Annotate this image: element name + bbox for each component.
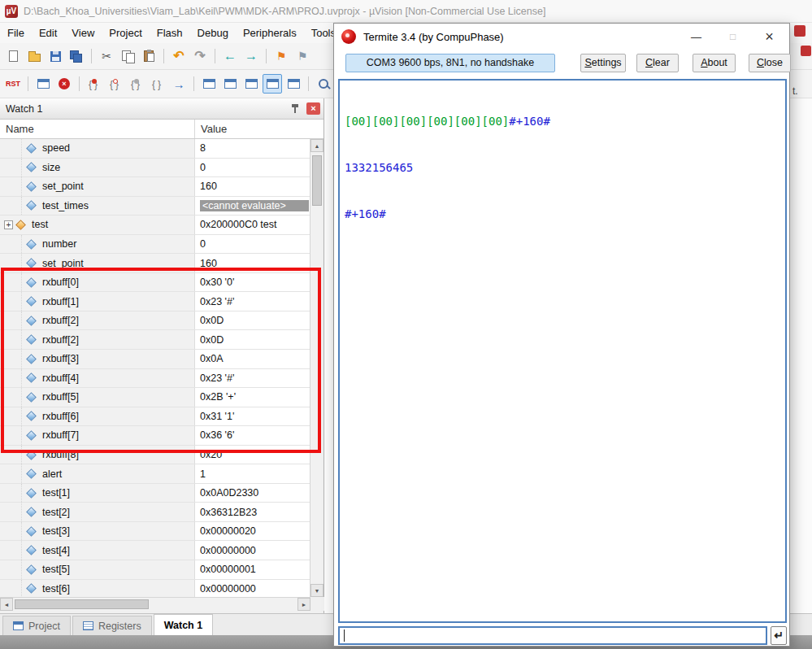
command-window-icon[interactable]	[199, 74, 219, 94]
watch-window-icon[interactable]	[263, 74, 282, 94]
tab-registers[interactable]: Registers	[72, 616, 152, 635]
navigate-back-icon[interactable]: ←	[220, 46, 240, 66]
disable-breakpoints-icon[interactable]: {}	[127, 74, 146, 94]
watch-row[interactable]: + rxbuff[0] 0x30 '0'	[0, 273, 310, 293]
cut-icon[interactable]: ✂	[97, 46, 116, 66]
watch-name: rxbuff[4]	[42, 372, 79, 384]
watch-row[interactable]: + test[4] 0x00000000	[0, 541, 310, 560]
save-icon[interactable]	[46, 46, 65, 66]
vertical-scrollbar[interactable]: ▲ ▼	[310, 139, 323, 597]
clear-button[interactable]: Clear	[636, 54, 679, 72]
watch-row[interactable]: + test[5] 0x00000001	[0, 560, 310, 580]
watch-row[interactable]: + rxbuff[4] 0x23 '#'	[0, 369, 310, 389]
find-icon[interactable]	[314, 74, 333, 94]
scrollbar-thumb[interactable]	[15, 599, 149, 609]
watch-value: 8	[200, 142, 309, 154]
pin-icon[interactable]	[290, 103, 300, 114]
copy-icon[interactable]	[118, 46, 137, 66]
scroll-left-icon[interactable]: ◄	[0, 598, 13, 611]
watch-row[interactable]: + set_point 160	[0, 254, 310, 273]
tab-project[interactable]: Project	[2, 616, 71, 635]
watch-row[interactable]: + test 0x200000C0 test	[0, 216, 310, 235]
insert-breakpoint-icon[interactable]: {}	[85, 74, 104, 94]
watch-row[interactable]: + rxbuff[2] 0x0D	[0, 330, 310, 350]
watch-row[interactable]: + rxbuff[5] 0x2B '+'	[0, 388, 310, 407]
column-header-value[interactable]: Value	[195, 120, 323, 138]
undo-icon[interactable]: ↶	[169, 46, 189, 66]
watch-row[interactable]: + test[6] 0x00000000	[0, 580, 310, 597]
bookmark-icon[interactable]: ⚑	[271, 46, 291, 66]
watch-variable-icon	[26, 412, 37, 422]
watch-row[interactable]: + set_point 160	[0, 177, 310, 197]
terminal-output[interactable]: [00][00][00][00][00][00]#+160# 133215646…	[338, 79, 787, 623]
tab-watch-1[interactable]: Watch 1	[154, 614, 213, 635]
kill-breakpoints-icon[interactable]: {}	[148, 74, 167, 94]
send-button[interactable]: ↵	[771, 626, 787, 645]
serial-window-icon[interactable]	[220, 74, 240, 94]
menu-item[interactable]: Peripherals	[236, 24, 304, 41]
serial-input[interactable]	[338, 626, 767, 645]
menu-item[interactable]: Edit	[32, 24, 64, 41]
about-button[interactable]: About	[693, 54, 736, 72]
watch-name-cell: + set_point	[0, 254, 195, 272]
panel-close-icon[interactable]: ×	[306, 102, 320, 115]
paste-icon[interactable]	[139, 46, 158, 66]
step-icon[interactable]: →	[169, 74, 189, 94]
horizontal-scrollbar[interactable]: ◄ ►	[0, 597, 310, 611]
open-folder-icon[interactable]	[24, 46, 44, 66]
menu-item[interactable]: Debug	[190, 24, 236, 41]
navigate-forward-icon[interactable]: →	[241, 46, 261, 66]
watch-panel-header[interactable]: Watch 1 ×	[0, 98, 323, 120]
expand-icon[interactable]: +	[4, 220, 13, 229]
port-status-button[interactable]: COM3 9600 bps, 8N1, no handshake	[345, 54, 555, 72]
debug-session-icon[interactable]	[33, 74, 53, 94]
menu-item[interactable]: Flash	[150, 24, 190, 41]
watch-value-cell: 0x36312B23	[195, 503, 310, 521]
watch-row[interactable]: + rxbuff[7] 0x36 '6'	[0, 426, 310, 446]
close-icon[interactable]: ×	[751, 24, 788, 50]
watch-row[interactable]: + rxbuff[1] 0x23 '#'	[0, 292, 310, 311]
system-viewer-icon[interactable]	[284, 74, 303, 94]
menu-item[interactable]: View	[64, 24, 102, 41]
watch-row[interactable]: + rxbuff[3] 0x0A	[0, 350, 310, 369]
reset-icon[interactable]: RST	[3, 74, 23, 94]
tab-label: Watch 1	[164, 620, 202, 631]
watch-row[interactable]: + rxbuff[6] 0x31 '1'	[0, 407, 310, 427]
watch-row[interactable]: + test[1] 0x0A0D2330	[0, 484, 310, 503]
stop-debug-icon[interactable]: ×	[54, 74, 74, 94]
close-button[interactable]: Close	[749, 54, 791, 72]
watch-variable-icon	[26, 564, 37, 575]
menu-item[interactable]: Project	[102, 24, 149, 41]
watch-variable-icon	[26, 430, 37, 441]
watch-row[interactable]: + test_times <cannot evaluate>	[0, 197, 310, 216]
watch-row[interactable]: + number 0	[0, 235, 310, 255]
watch-value: 0x36 '6'	[200, 429, 309, 441]
memory-window-icon[interactable]	[241, 74, 261, 94]
watch-value: 1	[200, 468, 309, 480]
watch-row[interactable]: + size 0	[0, 159, 310, 178]
new-file-icon[interactable]	[3, 46, 23, 66]
toolbar-icon-fragment	[801, 46, 811, 56]
scroll-right-icon[interactable]: ►	[297, 598, 310, 611]
settings-button[interactable]: Settings	[580, 54, 626, 72]
minimize-icon[interactable]: —	[678, 24, 714, 50]
watch-row[interactable]: + test[3] 0x00000020	[0, 522, 310, 542]
watch-row[interactable]: + alert 1	[0, 464, 310, 484]
menu-item[interactable]: File	[0, 24, 32, 41]
column-header-name[interactable]: Name	[0, 120, 195, 138]
watch-value-cell: 0x0D	[195, 330, 310, 349]
watch-row[interactable]: + test[2] 0x36312B23	[0, 503, 310, 522]
watch-row[interactable]: + speed 8	[0, 139, 310, 159]
uvision-titlebar[interactable]: µV D:\Bach_Khoa_Universities\Viam_Lab\Ke…	[0, 0, 812, 23]
watch-value-cell: <cannot evaluate>	[195, 197, 310, 216]
save-all-icon[interactable]	[67, 46, 86, 66]
watch-value: 0x2B '+'	[200, 391, 309, 403]
watch-row[interactable]: + rxbuff[2] 0x0D	[0, 311, 310, 331]
scroll-down-icon[interactable]: ▼	[310, 584, 323, 597]
scrollbar-thumb[interactable]	[312, 155, 322, 206]
watch-row[interactable]: + rxbuff[8] 0x20	[0, 446, 310, 465]
clear-bookmarks-icon[interactable]: ⚑	[293, 46, 312, 66]
enable-breakpoint-icon[interactable]: {}	[106, 74, 125, 94]
scroll-up-icon[interactable]: ▲	[310, 139, 323, 152]
redo-icon[interactable]: ↷	[190, 46, 210, 66]
